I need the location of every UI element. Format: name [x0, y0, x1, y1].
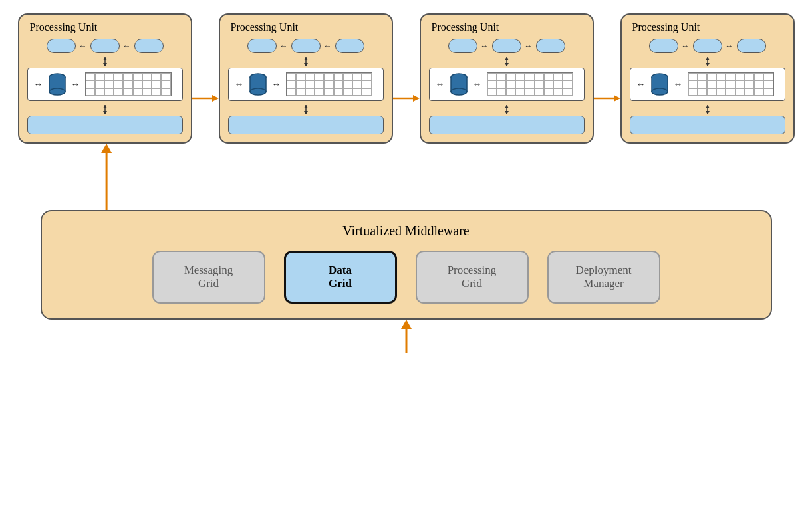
mw-box-label-data-grid: DataGrid	[329, 264, 352, 290]
pu-title-4: Processing Unit	[632, 21, 700, 33]
arrow-h-icon: ↔	[280, 41, 288, 51]
svg-point-5	[49, 88, 65, 95]
svg-marker-36	[505, 111, 509, 114]
svg-marker-25	[413, 95, 420, 102]
vertical-connector-area	[20, 144, 792, 210]
arrow-h-icon: ↔	[324, 41, 332, 51]
svg-marker-38	[614, 95, 620, 102]
svg-marker-28	[505, 63, 509, 66]
bottom-arrow-area	[20, 320, 792, 353]
orange-arrow-2	[393, 90, 420, 106]
svg-marker-51	[101, 144, 112, 153]
arrow-h-icon: ↔	[674, 79, 683, 90]
pu-title-2: Processing Unit	[231, 21, 299, 33]
v-double-arrow	[101, 57, 109, 66]
svg-point-44	[652, 88, 668, 95]
processing-unit-1: Processing Unit ↔ ↔ ↔	[18, 13, 192, 144]
grid-table-2	[286, 72, 372, 96]
small-node	[134, 39, 164, 53]
v-double-arrow	[302, 105, 310, 114]
pu-output-bar-2	[228, 116, 384, 134]
pu-wrapper-1: Processing Unit ↔ ↔ ↔	[18, 13, 192, 144]
pu-top-nodes-2: ↔ ↔	[247, 39, 364, 53]
arrow-h-icon: ↔	[34, 79, 43, 90]
v-double-arrow	[704, 57, 712, 66]
mw-box-label-processing-grid: ProcessingGrid	[448, 264, 497, 290]
mw-box-messaging-grid[interactable]: MessagingGrid	[152, 251, 265, 304]
db-cylinder-3	[450, 72, 468, 96]
db-cylinder-1	[48, 72, 67, 96]
processing-unit-3: Processing Unit ↔ ↔ ↔	[420, 13, 594, 144]
pu-title-3: Processing Unit	[432, 21, 499, 33]
svg-marker-12	[212, 95, 219, 102]
diagram-container: Processing Unit ↔ ↔ ↔	[0, 0, 812, 517]
v-double-arrow	[302, 57, 310, 66]
mw-box-processing-grid[interactable]: ProcessingGrid	[416, 251, 529, 304]
small-node	[335, 39, 364, 53]
svg-point-31	[451, 88, 467, 95]
small-node	[492, 39, 521, 53]
pu-inner-box-2: ↔ ↔	[228, 68, 384, 101]
arrow-h-icon: ↔	[636, 79, 646, 90]
arrow-h-icon: ↔	[272, 79, 281, 90]
arrow-h-icon: ↔	[235, 79, 244, 90]
processing-unit-2: Processing Unit ↔ ↔ ↔	[219, 13, 393, 144]
small-node	[737, 39, 766, 53]
processing-unit-4: Processing Unit ↔ ↔ ↔	[620, 13, 795, 144]
processing-units-row: Processing Unit ↔ ↔ ↔	[20, 13, 792, 144]
db-cylinder-2	[249, 72, 267, 96]
svg-marker-27	[505, 57, 509, 60]
small-node	[649, 39, 678, 53]
v-double-arrow	[503, 105, 511, 114]
pu-title-1: Processing Unit	[30, 21, 98, 33]
small-node	[47, 39, 76, 53]
svg-marker-49	[706, 111, 710, 114]
pu-top-nodes-1: ↔ ↔	[47, 39, 164, 53]
svg-marker-1	[103, 57, 107, 60]
small-node	[90, 39, 120, 53]
pu-inner-box-1: ↔ ↔	[27, 68, 183, 101]
pu-wrapper-3: Processing Unit ↔ ↔ ↔	[420, 13, 594, 144]
pu-output-bar-4	[630, 116, 785, 134]
svg-marker-10	[103, 111, 107, 114]
v-double-arrow	[101, 105, 109, 114]
svg-marker-40	[706, 57, 710, 60]
pu-output-bar-1	[27, 116, 183, 134]
arrow-h-icon: ↔	[71, 79, 80, 90]
mw-box-label-deployment-manager: DeploymentManager	[575, 264, 631, 290]
svg-marker-15	[304, 63, 308, 66]
arrow-h-icon: ↔	[79, 41, 87, 51]
orange-arrow-3	[594, 90, 620, 106]
arrow-h-icon: ↔	[525, 41, 533, 51]
arrow-h-icon: ↔	[123, 41, 131, 51]
grid-table-1	[85, 72, 172, 96]
small-node	[448, 39, 477, 53]
mw-box-label-messaging-grid: MessagingGrid	[184, 264, 233, 290]
mw-box-deployment-manager[interactable]: DeploymentManager	[547, 251, 660, 304]
svg-point-18	[250, 88, 266, 95]
orange-arrow-1	[192, 90, 219, 106]
v-double-arrow	[503, 57, 511, 66]
small-node	[247, 39, 277, 53]
pu-top-nodes-4: ↔ ↔	[649, 39, 766, 53]
svg-marker-22	[304, 105, 308, 108]
middleware-title: Virtualized Middleware	[342, 223, 469, 239]
mw-box-data-grid[interactable]: DataGrid	[284, 251, 397, 304]
pu-top-nodes-3: ↔ ↔	[448, 39, 565, 53]
v-double-arrow	[704, 105, 712, 114]
small-node	[291, 39, 321, 53]
pu-output-bar-3	[429, 116, 585, 134]
arrow-h-icon: ↔	[682, 41, 690, 51]
svg-marker-14	[304, 57, 308, 60]
grid-table-3	[487, 72, 573, 96]
small-node	[536, 39, 565, 53]
pu-inner-box-4: ↔ ↔	[630, 68, 785, 101]
pu-wrapper-2: Processing Unit ↔ ↔ ↔	[219, 13, 393, 144]
middleware-boxes: MessagingGrid DataGrid ProcessingGrid De…	[152, 251, 660, 304]
db-cylinder-4	[650, 72, 669, 96]
svg-marker-53	[401, 320, 412, 329]
small-node	[693, 39, 722, 53]
svg-marker-9	[103, 105, 107, 108]
pu-wrapper-4: Processing Unit ↔ ↔ ↔	[620, 13, 795, 144]
arrow-h-icon: ↔	[436, 79, 445, 90]
